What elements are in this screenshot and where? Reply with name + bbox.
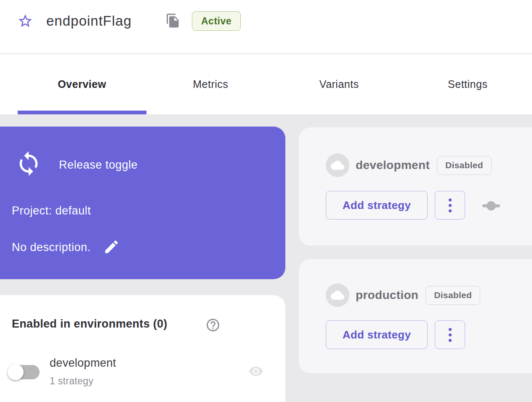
environment-status-chip: Disabled bbox=[426, 286, 480, 305]
environment-row-strategy-count: 1 strategy bbox=[50, 376, 93, 387]
environment-status-chip: Disabled bbox=[437, 156, 492, 175]
tab-overview-label: Overview bbox=[58, 78, 106, 90]
edit-description-pencil-icon[interactable] bbox=[103, 238, 120, 256]
environment-row-name: development bbox=[50, 357, 116, 370]
enabled-environments-title: Enabled in environments (0) bbox=[12, 317, 168, 331]
environment-toggle-switch[interactable] bbox=[8, 363, 40, 380]
tab-variants[interactable]: Variants bbox=[275, 54, 404, 114]
tab-variants-label: Variants bbox=[319, 78, 359, 90]
environment-menu-kebab-icon[interactable] bbox=[435, 191, 465, 220]
environment-card-development: development Disabled Add strategy bbox=[299, 127, 532, 246]
cloud-icon bbox=[331, 288, 344, 302]
flag-header: endpointFlag Active bbox=[0, 0, 532, 54]
favorite-star-icon[interactable] bbox=[17, 13, 34, 30]
flag-type-card: Release toggle Project: default No descr… bbox=[0, 127, 285, 279]
environment-card-actions: Add strategy bbox=[326, 191, 465, 220]
copy-name-icon[interactable] bbox=[165, 13, 181, 29]
environment-card-production: production Disabled Add strategy bbox=[299, 259, 532, 373]
cloud-icon bbox=[331, 159, 344, 172]
tab-bar: Overview Metrics Variants Settings bbox=[0, 54, 532, 114]
tab-settings-label: Settings bbox=[448, 78, 487, 90]
release-toggle-loop-icon bbox=[15, 148, 42, 180]
flag-project-label: Project: default bbox=[12, 204, 91, 217]
environment-card-actions: Add strategy bbox=[326, 320, 465, 349]
add-strategy-button[interactable]: Add strategy bbox=[326, 191, 428, 220]
tab-overview[interactable]: Overview bbox=[18, 54, 146, 114]
tab-settings[interactable]: Settings bbox=[404, 54, 532, 114]
tab-metrics-label: Metrics bbox=[193, 78, 228, 90]
environment-avatar bbox=[326, 153, 349, 177]
flag-description: No description. bbox=[12, 241, 91, 254]
environment-menu-kebab-icon[interactable] bbox=[435, 320, 465, 349]
add-strategy-button[interactable]: Add strategy bbox=[326, 320, 428, 349]
enabled-environments-panel: Enabled in environments (0) development … bbox=[0, 295, 285, 402]
environment-card-header: production Disabled bbox=[326, 283, 480, 307]
page-title: endpointFlag bbox=[46, 13, 132, 29]
visibility-eye-icon[interactable] bbox=[245, 364, 266, 380]
environment-name: production bbox=[356, 288, 418, 302]
environment-avatar bbox=[326, 283, 349, 307]
flag-description-row: No description. bbox=[12, 238, 120, 256]
tab-metrics[interactable]: Metrics bbox=[146, 54, 275, 114]
help-icon[interactable] bbox=[205, 317, 221, 333]
status-badge: Active bbox=[192, 11, 241, 31]
flag-type-label: Release toggle bbox=[59, 159, 138, 172]
switch-thumb bbox=[8, 364, 24, 380]
environment-name: development bbox=[356, 159, 430, 172]
environment-toggle-slider-icon[interactable] bbox=[482, 200, 500, 212]
active-tab-indicator bbox=[18, 111, 146, 114]
environment-card-header: development Disabled bbox=[326, 153, 492, 177]
